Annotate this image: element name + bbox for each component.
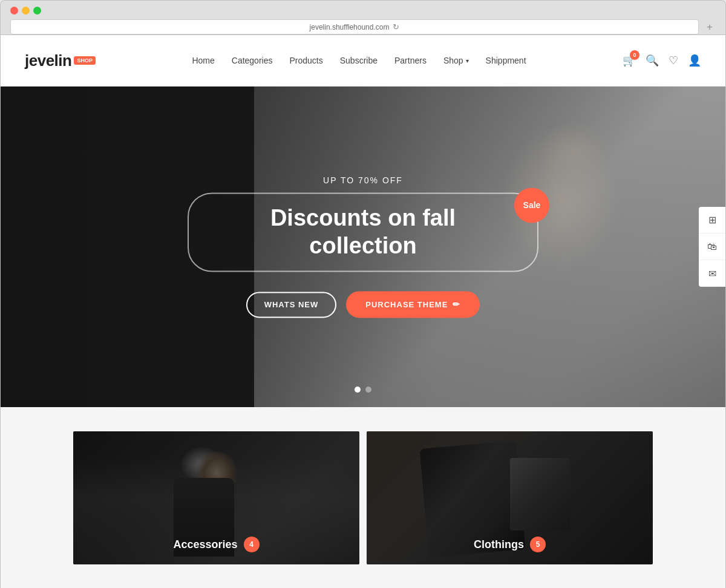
nav-categories[interactable]: Categories — [232, 56, 273, 65]
category-card-clothings[interactable]: Clothings 5 — [367, 431, 653, 564]
layers-icon: ⊞ — [708, 214, 716, 226]
nav-home[interactable]: Home — [192, 56, 214, 65]
logo-text: jevelin — [25, 51, 71, 70]
hero-title-box: Discounts on fall collection Sale — [188, 192, 538, 272]
cart-badge: 0 — [630, 50, 639, 60]
clothings-label: Clothings 5 — [367, 524, 653, 564]
bag-tool[interactable]: 🛍 — [699, 234, 725, 260]
categories-grid: Accessories 4 Clothings 5 — [73, 431, 653, 564]
wishlist-icon-wrap[interactable]: ♡ — [669, 54, 678, 67]
nav-products[interactable]: Products — [289, 56, 322, 65]
mail-icon: ✉ — [708, 268, 716, 279]
accessories-count: 4 — [244, 537, 260, 552]
nav-shippment[interactable]: Shippment — [486, 56, 526, 65]
hero-title: Discounts on fall collection — [219, 204, 507, 260]
bag-icon: 🛍 — [707, 241, 717, 252]
hero-subtitle: Up to 70% off — [188, 175, 538, 185]
dot-1[interactable] — [355, 387, 361, 393]
hero-section: Up to 70% off Discounts on fall collecti… — [1, 87, 725, 407]
heart-icon: ♡ — [669, 54, 678, 67]
hero-dots — [355, 387, 371, 393]
search-icon: 🔍 — [646, 54, 659, 67]
browser-toolbar: jevelin.shufflehound.com ↻ + — [10, 19, 716, 34]
accessories-label: Accessories 4 — [73, 524, 359, 564]
category-card-accessories[interactable]: Accessories 4 — [73, 431, 359, 564]
hero-content: Up to 70% off Discounts on fall collecti… — [188, 175, 538, 318]
main-nav: Home Categories Products Subscribe Partn… — [192, 56, 526, 65]
purchase-theme-button[interactable]: PURCHASE THEME ✏ — [346, 292, 480, 318]
categories-section: Accessories 4 Clothings 5 — [1, 407, 725, 588]
side-tools: ⊞ 🛍 ✉ — [699, 207, 725, 287]
clothings-name: Clothings — [474, 538, 524, 551]
accessories-name: Accessories — [173, 538, 237, 551]
url-text: jevelin.shufflehound.com — [310, 23, 390, 31]
new-tab-button[interactable]: + — [704, 21, 716, 33]
user-icon: 👤 — [688, 54, 701, 67]
hero-buttons: WHATS NEW PURCHASE THEME ✏ — [188, 292, 538, 318]
address-bar[interactable]: jevelin.shufflehound.com ↻ — [10, 19, 699, 34]
dot-2[interactable] — [365, 387, 371, 393]
browser-window: jevelin.shufflehound.com ↻ + — [0, 0, 726, 35]
refresh-icon[interactable]: ↻ — [393, 22, 399, 31]
minimize-button[interactable] — [22, 7, 30, 15]
clothings-count: 5 — [530, 537, 546, 552]
edit-icon: ✏ — [453, 300, 460, 310]
maximize-button[interactable] — [33, 7, 41, 15]
chevron-down-icon: ▾ — [466, 57, 469, 64]
nav-partners[interactable]: Partners — [394, 56, 427, 65]
window-controls — [10, 7, 716, 15]
mail-tool[interactable]: ✉ — [699, 260, 725, 287]
whats-new-button[interactable]: WHATS NEW — [246, 292, 337, 318]
nav-icons-group: 🛒 0 🔍 ♡ 👤 — [623, 54, 701, 67]
site-header: jevelin SHOP Home Categories Products Su… — [1, 35, 725, 87]
logo-badge: SHOP — [74, 56, 96, 65]
sale-badge: Sale — [514, 188, 549, 223]
cart-icon-wrap[interactable]: 🛒 0 — [623, 54, 636, 67]
nav-subscribe[interactable]: Subscribe — [340, 56, 378, 65]
logo[interactable]: jevelin SHOP — [25, 51, 96, 70]
user-icon-wrap[interactable]: 👤 — [688, 54, 701, 67]
close-button[interactable] — [10, 7, 18, 15]
layers-tool[interactable]: ⊞ — [699, 207, 725, 234]
website-container: jevelin SHOP Home Categories Products Su… — [0, 35, 726, 588]
search-icon-wrap[interactable]: 🔍 — [646, 54, 659, 67]
nav-shop[interactable]: Shop ▾ — [443, 56, 469, 65]
